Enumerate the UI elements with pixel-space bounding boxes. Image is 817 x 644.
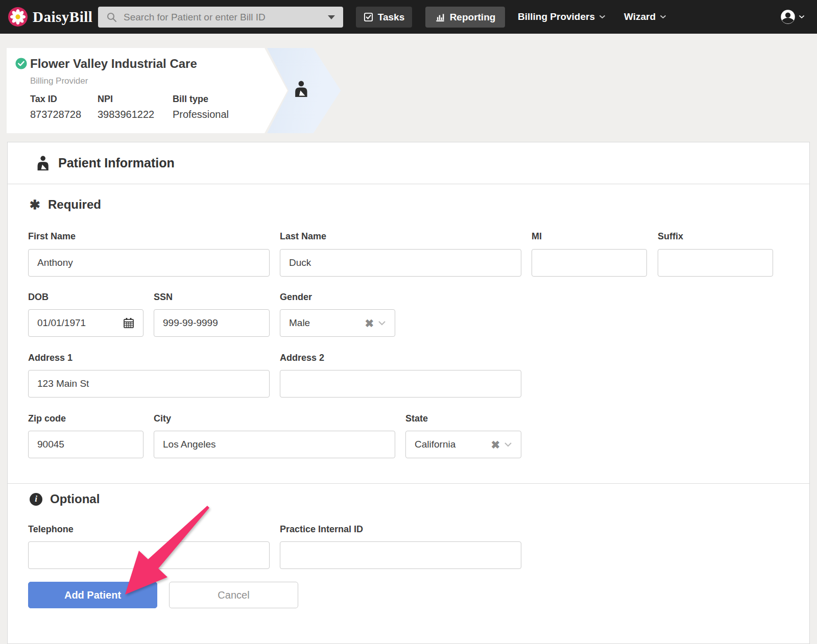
- zip-input[interactable]: [28, 431, 143, 458]
- billing-provider-subtitle: Billing Provider: [30, 76, 88, 86]
- bp-bill-type-label: Bill type: [173, 94, 229, 105]
- search-input[interactable]: [124, 12, 322, 23]
- practice-internal-id-input[interactable]: [280, 541, 521, 569]
- patient-step-icon[interactable]: [293, 81, 308, 97]
- gender-label: Gender: [280, 292, 312, 303]
- billing-provider-card: Flower Valley Industrial Care Billing Pr…: [7, 48, 287, 133]
- patient-icon: [35, 156, 49, 170]
- dob-input[interactable]: [37, 317, 119, 329]
- dob-field[interactable]: [28, 309, 143, 337]
- ssn-input[interactable]: [154, 309, 270, 337]
- cancel-button[interactable]: Cancel: [169, 582, 298, 608]
- chevron-down-icon[interactable]: [378, 320, 386, 326]
- info-icon: i: [30, 493, 42, 506]
- navbar: DaisyBill Tasks: [0, 0, 817, 34]
- billing-provider-name: Flower Valley Industrial Care: [30, 57, 197, 71]
- address2-input[interactable]: [280, 370, 521, 398]
- zip-label: Zip code: [28, 413, 66, 424]
- last-name-label: Last Name: [280, 231, 326, 242]
- wizard-label: Wizard: [624, 11, 656, 22]
- chevron-down-icon: [660, 15, 666, 19]
- patient-info-header: Patient Information: [8, 142, 809, 184]
- calendar-icon[interactable]: [123, 317, 134, 329]
- bp-tax-id-field: Tax ID 873728728: [30, 94, 81, 120]
- ssn-label: SSN: [154, 292, 173, 303]
- tasks-button[interactable]: Tasks: [356, 7, 412, 28]
- practice-internal-id-label: Practice Internal ID: [280, 524, 363, 535]
- suffix-label: Suffix: [658, 231, 683, 242]
- reporting-button[interactable]: Reporting: [425, 7, 505, 28]
- patient-info-card: Patient Information ✱ Required First Nam…: [7, 142, 810, 644]
- state-selected-value: California: [415, 439, 487, 450]
- add-patient-button[interactable]: Add Patient: [28, 582, 157, 608]
- mi-input[interactable]: [532, 249, 647, 277]
- clear-icon[interactable]: ✖: [365, 318, 374, 329]
- tasks-label: Tasks: [378, 12, 404, 23]
- bp-npi-field: NPI 3983961222: [98, 94, 154, 120]
- avatar-icon: [780, 9, 796, 24]
- chevron-down-icon[interactable]: [504, 442, 512, 447]
- required-section-heading: ✱ Required: [30, 197, 101, 212]
- gender-selected-value: Male: [289, 317, 361, 329]
- bp-bill-type-value: Professional: [173, 109, 229, 120]
- search-icon: [106, 12, 117, 23]
- optional-section-heading: i Optional: [30, 492, 100, 506]
- required-heading-label: Required: [48, 197, 101, 212]
- billing-providers-label: Billing Providers: [518, 11, 595, 22]
- page-title: Patient Information: [58, 156, 175, 170]
- bp-npi-value: 3983961222: [98, 109, 154, 120]
- nav-wizard[interactable]: Wizard: [624, 0, 666, 34]
- global-search[interactable]: [98, 7, 343, 28]
- address1-label: Address 1: [28, 353, 73, 363]
- first-name-input[interactable]: [28, 249, 270, 277]
- state-label: State: [405, 413, 428, 424]
- daisy-logo-icon: [8, 7, 28, 27]
- clear-icon[interactable]: ✖: [491, 439, 500, 450]
- billing-provider-banner: Flower Valley Industrial Care Billing Pr…: [7, 48, 349, 133]
- last-name-input[interactable]: [280, 249, 521, 277]
- mi-label: MI: [532, 231, 542, 242]
- nav-billing-providers[interactable]: Billing Providers: [518, 0, 606, 34]
- search-dropdown-caret-icon[interactable]: [328, 15, 335, 19]
- asterisk-icon: ✱: [30, 199, 40, 211]
- chevron-down-icon: [799, 15, 805, 19]
- section-divider: [8, 483, 809, 484]
- brand-logo[interactable]: DaisyBill: [8, 0, 92, 34]
- check-circle-icon: [15, 58, 27, 71]
- state-select[interactable]: California ✖: [405, 431, 521, 458]
- address1-input[interactable]: [28, 370, 270, 398]
- bp-tax-id-value: 873728728: [30, 109, 81, 120]
- bp-npi-label: NPI: [98, 94, 154, 105]
- brand-name: DaisyBill: [33, 9, 92, 26]
- suffix-input[interactable]: [658, 249, 773, 277]
- telephone-label: Telephone: [28, 524, 74, 535]
- bar-chart-icon: [435, 12, 445, 22]
- optional-heading-label: Optional: [50, 492, 100, 506]
- bp-bill-type-field: Bill type Professional: [173, 94, 229, 120]
- gender-select[interactable]: Male ✖: [280, 309, 395, 337]
- user-menu[interactable]: [780, 0, 805, 34]
- first-name-label: First Name: [28, 231, 76, 242]
- add-patient-label: Add Patient: [64, 589, 121, 601]
- dob-label: DOB: [28, 292, 49, 303]
- address2-label: Address 2: [280, 353, 324, 363]
- city-label: City: [154, 413, 171, 424]
- tasks-checkbox-icon: [364, 12, 373, 22]
- cancel-label: Cancel: [218, 589, 249, 601]
- bp-tax-id-label: Tax ID: [30, 94, 81, 105]
- chevron-down-icon: [599, 15, 606, 19]
- reporting-label: Reporting: [450, 12, 496, 23]
- telephone-input[interactable]: [28, 541, 270, 569]
- city-input[interactable]: [154, 431, 395, 458]
